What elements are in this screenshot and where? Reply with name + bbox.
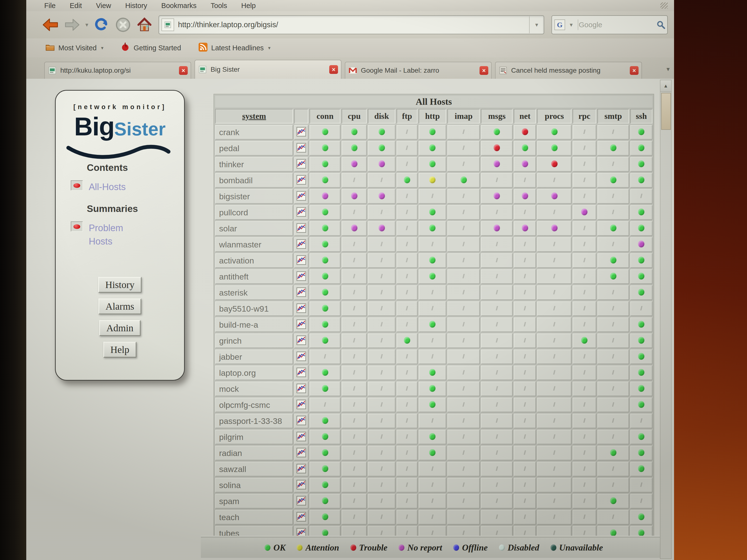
status-dot-noreport[interactable] — [351, 224, 357, 231]
status-dot-noreport[interactable] — [581, 209, 588, 215]
graph-icon[interactable] — [297, 133, 306, 138]
status-dot-ok[interactable] — [322, 529, 328, 536]
status-dot-ok[interactable] — [610, 257, 616, 264]
status-dot-ok[interactable] — [322, 385, 328, 392]
scrollbar-thumb[interactable] — [661, 93, 671, 130]
graph-icon[interactable] — [297, 406, 306, 410]
graph-icon[interactable] — [297, 502, 306, 507]
tab-list-dropdown-icon[interactable]: ▾ — [667, 65, 670, 73]
status-dot-ok[interactable] — [610, 144, 616, 151]
bookmark-item-getting-started[interactable]: Getting Started — [120, 42, 181, 54]
status-dot-ok[interactable] — [429, 449, 436, 456]
status-dot-noreport[interactable] — [351, 192, 357, 199]
status-dot-ok[interactable] — [638, 337, 644, 344]
graph-icon[interactable] — [297, 534, 306, 536]
help-button[interactable]: Help — [103, 342, 136, 357]
status-dot-ok[interactable] — [638, 465, 644, 472]
status-dot-ok[interactable] — [429, 257, 436, 264]
graph-icon[interactable] — [297, 214, 306, 218]
status-dot-ok[interactable] — [322, 321, 328, 328]
graph-icon[interactable] — [297, 262, 306, 266]
status-dot-ok[interactable] — [322, 497, 328, 504]
status-dot-noreport[interactable] — [551, 224, 558, 231]
status-dot-noreport[interactable] — [494, 192, 500, 199]
status-dot-trouble[interactable] — [522, 128, 528, 135]
status-dot-ok[interactable] — [638, 273, 644, 279]
status-dot-ok[interactable] — [638, 128, 644, 135]
graph-icon[interactable] — [297, 150, 306, 154]
status-dot-ok[interactable] — [429, 209, 436, 215]
forward-button[interactable] — [61, 14, 83, 35]
history-dropdown-icon[interactable]: ▾ — [83, 21, 91, 28]
status-dot-ok[interactable] — [429, 401, 436, 408]
status-dot-ok[interactable] — [322, 337, 328, 344]
status-dot-ok[interactable] — [379, 144, 385, 151]
status-dot-ok[interactable] — [638, 144, 644, 151]
search-input[interactable] — [578, 20, 654, 29]
graph-icon[interactable] — [297, 422, 306, 426]
status-dot-noreport[interactable] — [494, 224, 500, 231]
status-dot-ok[interactable] — [322, 289, 328, 296]
status-dot-ok[interactable] — [610, 449, 616, 456]
tab-4[interactable]: Cancel held message posting× — [495, 62, 642, 79]
tab-1[interactable]: http://kuku.laptop.org/si× — [44, 62, 191, 79]
system-column-header[interactable]: system — [215, 109, 293, 124]
graph-icon[interactable] — [297, 342, 306, 346]
status-dot-ok[interactable] — [551, 144, 558, 151]
graph-icon[interactable] — [297, 438, 306, 442]
status-dot-noreport[interactable] — [522, 160, 528, 167]
search-engine-selector[interactable]: G ▾ — [552, 20, 578, 30]
url-dropdown-icon[interactable]: ▾ — [529, 16, 544, 33]
status-dot-ok[interactable] — [322, 369, 328, 376]
status-dot-ok[interactable] — [322, 513, 328, 520]
status-dot-ok[interactable] — [638, 529, 644, 536]
status-dot-ok[interactable] — [638, 353, 644, 360]
tab-2[interactable]: Big Sister× — [195, 60, 341, 79]
status-dot-ok[interactable] — [610, 273, 616, 279]
search-engine-caret-icon[interactable]: ▾ — [567, 21, 575, 28]
menu-bookmarks[interactable]: Bookmarks — [161, 2, 197, 10]
graph-icon[interactable] — [297, 278, 306, 282]
status-dot-ok[interactable] — [610, 177, 616, 183]
status-dot-ok[interactable] — [638, 369, 644, 376]
url-bar[interactable]: http://thinker.laptop.org/bigsis/ ▾ — [158, 15, 544, 34]
status-dot-trouble[interactable] — [551, 160, 558, 167]
status-dot-noreport[interactable] — [522, 224, 528, 231]
problem-hosts-link[interactable]: Problem Hosts — [89, 221, 135, 248]
status-dot-ok[interactable] — [638, 289, 644, 296]
graph-icon[interactable] — [297, 326, 306, 330]
status-dot-ok[interactable] — [581, 337, 588, 344]
home-button[interactable] — [134, 14, 155, 35]
menu-history[interactable]: History — [125, 2, 147, 10]
status-dot-noreport[interactable] — [379, 192, 385, 199]
status-dot-attention[interactable] — [429, 177, 436, 183]
graph-icon[interactable] — [297, 518, 306, 523]
graph-icon[interactable] — [297, 294, 306, 298]
menu-tools[interactable]: Tools — [211, 2, 227, 10]
status-dot-ok[interactable] — [638, 177, 644, 183]
status-dot-ok[interactable] — [322, 160, 328, 167]
tab-close-button[interactable]: × — [480, 66, 488, 75]
graph-icon[interactable] — [297, 197, 306, 202]
status-dot-noreport[interactable] — [379, 160, 385, 167]
status-dot-ok[interactable] — [610, 529, 616, 536]
status-dot-ok[interactable] — [429, 369, 436, 376]
menu-file[interactable]: File — [44, 2, 56, 10]
status-dot-ok[interactable] — [322, 209, 328, 215]
status-dot-ok[interactable] — [322, 433, 328, 440]
graph-icon[interactable] — [297, 182, 306, 186]
status-dot-ok[interactable] — [461, 177, 467, 183]
status-dot-ok[interactable] — [638, 321, 644, 328]
status-dot-ok[interactable] — [322, 177, 328, 183]
status-dot-ok[interactable] — [404, 177, 410, 183]
reload-button[interactable] — [91, 14, 112, 35]
status-dot-ok[interactable] — [322, 305, 328, 312]
status-dot-noreport[interactable] — [322, 192, 328, 199]
vertical-scrollbar[interactable]: ▲ — [660, 80, 672, 559]
all-hosts-link[interactable]: All-Hosts — [89, 180, 126, 194]
bookmark-item-most-visited[interactable]: Most Visited▾ — [45, 42, 103, 54]
status-dot-ok[interactable] — [638, 160, 644, 167]
graph-icon[interactable] — [297, 358, 306, 362]
status-dot-ok[interactable] — [638, 449, 644, 456]
status-dot-ok[interactable] — [351, 128, 357, 135]
